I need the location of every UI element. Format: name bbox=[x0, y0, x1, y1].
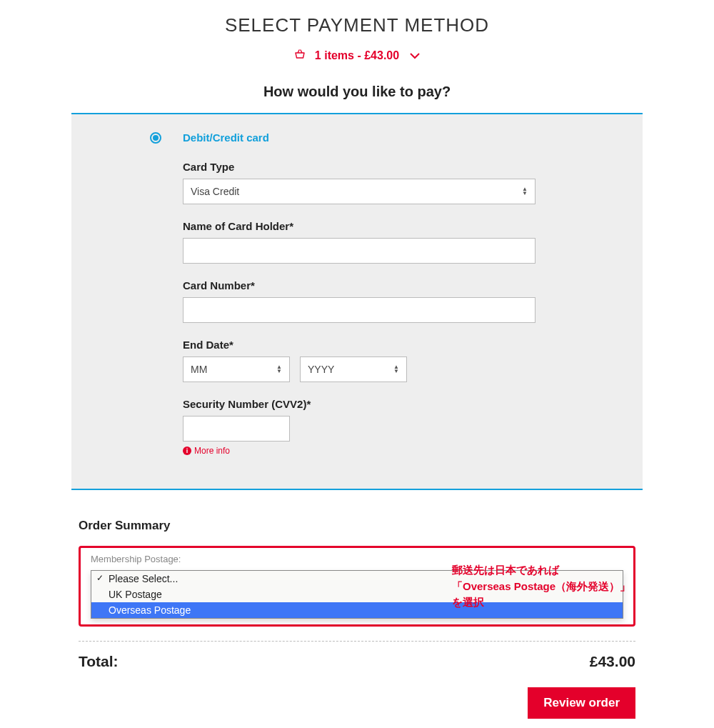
page-title: SELECT PAYMENT METHOD bbox=[0, 14, 714, 36]
annotation-line2: 「Overseas Postage（海外発送）」 bbox=[452, 580, 630, 592]
card-holder-input[interactable] bbox=[183, 238, 536, 264]
cvv-field: Security Number (CVV2)* i More info bbox=[183, 398, 536, 456]
end-date-field: End Date* MM ▲▼ YYYY ▲▼ bbox=[183, 339, 536, 382]
card-type-select[interactable]: Visa Credit ▲▼ bbox=[183, 179, 536, 204]
divider bbox=[79, 641, 635, 642]
cvv-more-info-link[interactable]: i More info bbox=[183, 446, 536, 456]
card-holder-field: Name of Card Holder* bbox=[183, 220, 536, 264]
pay-subheading: How would you like to pay? bbox=[0, 84, 714, 100]
end-month-select[interactable]: MM ▲▼ bbox=[183, 356, 290, 382]
basket-summary-text: 1 items - £43.00 bbox=[315, 49, 399, 61]
basket-summary-toggle[interactable]: 1 items - £43.00 bbox=[0, 49, 714, 62]
total-value: £43.00 bbox=[590, 653, 635, 670]
end-year-select[interactable]: YYYY ▲▼ bbox=[300, 356, 407, 382]
chevron-down-icon bbox=[410, 50, 420, 61]
card-number-input[interactable] bbox=[183, 297, 536, 323]
card-type-label: Card Type bbox=[183, 161, 536, 173]
order-summary-heading: Order Summary bbox=[79, 519, 635, 533]
annotation-text: 郵送先は日本であれば 「Overseas Postage（海外発送）」 を選択 bbox=[452, 562, 630, 611]
annotation-line3: を選択 bbox=[452, 596, 484, 608]
basket-icon bbox=[294, 49, 308, 61]
cvv-label: Security Number (CVV2)* bbox=[183, 398, 536, 410]
review-order-button[interactable]: Review order bbox=[528, 687, 635, 719]
total-label: Total: bbox=[79, 653, 119, 670]
order-total-row: Total: £43.00 bbox=[79, 653, 635, 670]
select-caret-icon: ▲▼ bbox=[522, 187, 528, 196]
payment-panel-wrapper: Debit/Credit card Card Type Visa Credit … bbox=[71, 113, 643, 490]
card-number-label: Card Number* bbox=[183, 279, 536, 291]
select-caret-icon: ▲▼ bbox=[276, 365, 282, 374]
end-month-placeholder: MM bbox=[191, 364, 207, 375]
more-info-text: More info bbox=[194, 446, 230, 456]
select-caret-icon: ▲▼ bbox=[393, 365, 399, 374]
card-type-value: Visa Credit bbox=[191, 186, 239, 197]
annotation-highlight-box: Membership Postage: Please Select... UK … bbox=[79, 546, 635, 627]
payment-method-radio-row[interactable]: Debit/Credit card bbox=[150, 131, 536, 144]
cvv-input[interactable] bbox=[183, 416, 290, 442]
payment-method-label: Debit/Credit card bbox=[183, 131, 269, 144]
card-holder-label: Name of Card Holder* bbox=[183, 220, 536, 232]
info-icon: i bbox=[183, 447, 191, 455]
end-year-placeholder: YYYY bbox=[308, 364, 334, 375]
card-number-field: Card Number* bbox=[183, 279, 536, 323]
card-type-field: Card Type Visa Credit ▲▼ bbox=[183, 161, 536, 204]
payment-panel: Debit/Credit card Card Type Visa Credit … bbox=[71, 114, 643, 489]
radio-selected-icon bbox=[150, 132, 161, 144]
end-date-label: End Date* bbox=[183, 339, 536, 351]
annotation-line1: 郵送先は日本であれば bbox=[452, 564, 559, 576]
